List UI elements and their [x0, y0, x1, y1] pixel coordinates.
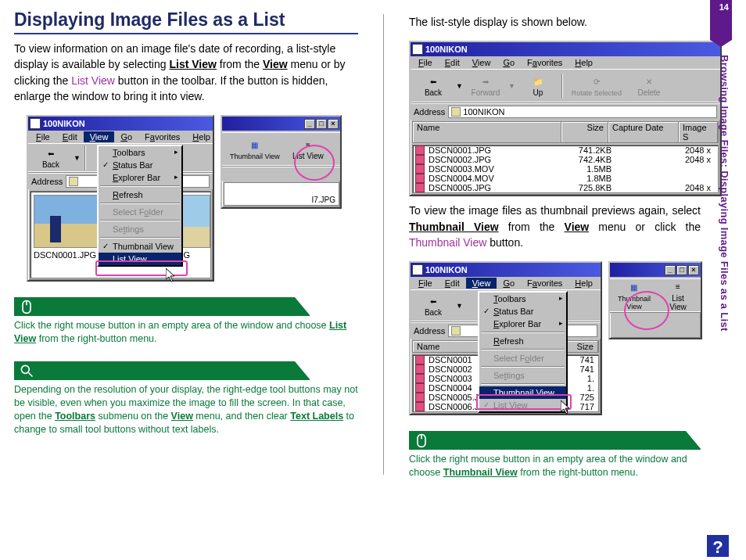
file-icon: [415, 145, 425, 155]
list-row[interactable]: DSCN0001.JPG741.2KB2048 x: [413, 145, 718, 155]
list-row[interactable]: DSCN0002.JPG742.4KB2048 x: [413, 155, 718, 164]
menu-view[interactable]: View: [84, 131, 115, 142]
titlebar: 100NIKON: [411, 263, 601, 277]
mouse-icon: [414, 433, 429, 448]
file-icon: [415, 183, 425, 192]
tip-bar-1: [14, 297, 310, 316]
dropdown-toolbars[interactable]: Toolbars: [99, 146, 181, 159]
menu-edit[interactable]: Edit: [439, 57, 466, 68]
menu-favorites[interactable]: Favorites: [138, 131, 186, 142]
back-button[interactable]: ⬅Back: [414, 74, 453, 99]
forward-button: ➡Forward: [466, 74, 505, 99]
menu-edit[interactable]: Edit: [56, 131, 84, 142]
back-button[interactable]: ⬅ Back: [31, 145, 70, 171]
menu-go[interactable]: Go: [497, 278, 521, 289]
menu-go[interactable]: Go: [497, 57, 521, 68]
dropdown-explorerbar[interactable]: Explorer Bar: [99, 171, 181, 184]
page-number-badge: 14: [710, 0, 732, 47]
dropdown-statusbar[interactable]: Status Bar: [479, 305, 566, 318]
menu-help[interactable]: Help: [568, 57, 599, 68]
file-icon: [415, 374, 425, 383]
close-button[interactable]: ×: [328, 119, 339, 129]
list-view-button[interactable]: ≡ List View: [288, 137, 328, 162]
explorer-window-left: 100NIKON File Edit View Go Favorites Hel…: [27, 115, 214, 282]
address-bar: Address 100NIKON: [411, 103, 720, 120]
titlebar: 100NIKON: [28, 117, 213, 131]
address-label: Address: [31, 177, 63, 186]
menu-file[interactable]: File: [30, 131, 56, 142]
close-button[interactable]: ×: [688, 265, 699, 275]
maximize-button[interactable]: □: [316, 119, 327, 129]
list-view-button[interactable]: ≡ List View: [658, 279, 698, 313]
minimize-button[interactable]: _: [304, 119, 315, 129]
file-icon: [415, 164, 425, 174]
menu-favorites[interactable]: Favorites: [521, 57, 568, 68]
address-field[interactable]: 100NIKON: [448, 106, 717, 118]
titlebar: _ □ ×: [610, 263, 701, 277]
dropdown-toolbars[interactable]: Toolbars: [479, 293, 566, 305]
thumbnail-icon: ▦: [627, 282, 641, 294]
forward-icon: ➡: [479, 75, 493, 88]
dropdown-refresh[interactable]: Refresh: [479, 335, 566, 347]
magnifier-icon: [19, 363, 34, 379]
tip-2-text: Depending on the resolution of your disp…: [14, 383, 358, 436]
side-title: Browsing Image Files: Displaying Image F…: [712, 55, 730, 332]
maximize-button[interactable]: □: [676, 265, 687, 275]
list-row[interactable]: DSCN0003.MOV1.5MB: [413, 164, 718, 174]
up-button[interactable]: 📁Up: [518, 74, 558, 99]
list-headers: Name Size Capture Date Image S: [412, 121, 719, 143]
section-heading: Displaying Image Files as a List: [14, 9, 358, 34]
menu-help[interactable]: Help: [186, 131, 217, 142]
dropdown-refresh[interactable]: Refresh: [99, 188, 181, 201]
file-icon: [415, 174, 425, 183]
thumbnail-view-button[interactable]: ▦ Thumbnail View: [613, 280, 655, 312]
back-button[interactable]: ⬅Back: [414, 293, 453, 318]
thumbnail-icon: ▦: [248, 139, 262, 152]
header-capture[interactable]: Capture Date: [608, 122, 679, 142]
list-row[interactable]: DSCN0005.JPG725.8KB2048 x: [413, 183, 718, 192]
thumbnail-view-button[interactable]: ▦ Thumbnail View: [225, 138, 285, 162]
listview-icon: ≡: [301, 138, 315, 151]
file-icon: [415, 364, 425, 374]
dropdown-explorerbar[interactable]: Explorer Bar: [479, 318, 566, 330]
dropdown-thumbnailview[interactable]: Thumbnail View: [99, 240, 181, 253]
rotate-icon: ⟳: [590, 76, 604, 88]
list-row[interactable]: DSCN0004.MOV1.8MB: [413, 174, 718, 183]
file-icon: [415, 155, 425, 164]
listview-icon: ≡: [671, 281, 685, 293]
tip-3-text: Click the right mouse button in an empty…: [409, 453, 701, 479]
back-icon: ⬅: [44, 147, 58, 160]
delete-icon: ✕: [642, 75, 656, 88]
header-size[interactable]: Size: [561, 122, 608, 142]
menu-file[interactable]: File: [412, 278, 439, 289]
address-bar-frag: [222, 167, 340, 181]
minimize-button[interactable]: _: [665, 265, 676, 275]
menu-help[interactable]: Help: [568, 278, 599, 289]
dropdown-thumbnailview[interactable]: Thumbnail View: [479, 386, 566, 399]
dropdown-listview[interactable]: List View: [479, 399, 566, 411]
right-para-2: To view the image files as thumbnail pre…: [409, 203, 701, 250]
menu-favorites[interactable]: Favorites: [521, 278, 568, 289]
menu-file[interactable]: File: [412, 57, 439, 68]
menu-view[interactable]: View: [466, 278, 497, 289]
menu-edit[interactable]: Edit: [439, 278, 466, 289]
menubar: File Edit View Go Favorites Help: [411, 277, 601, 289]
menubar: File Edit View Go Favorites Help: [411, 56, 720, 69]
view-dropdown: Toolbars Status Bar Explorer Bar Refresh…: [97, 145, 183, 267]
window-title: 100NIKON: [43, 119, 85, 128]
menu-view[interactable]: View: [466, 57, 497, 68]
file-icon: [415, 383, 425, 393]
dropdown-selectfolder: Select Folder: [99, 206, 181, 218]
folder-icon: [451, 326, 461, 336]
page-number: 14: [719, 2, 729, 12]
window-icon: [412, 264, 423, 275]
header-name[interactable]: Name: [413, 122, 561, 142]
frag-thumb-label: I7.JPG: [224, 182, 339, 206]
explorer-window-list: 100NIKON File Edit View Go Favorites Hel…: [409, 41, 722, 196]
dropdown-listview[interactable]: List View: [99, 253, 181, 265]
dropdown-statusbar[interactable]: Status Bar: [99, 159, 181, 171]
menu-go[interactable]: Go: [114, 131, 138, 142]
titlebar: _ □ ×: [222, 117, 340, 131]
help-badge[interactable]: ?: [707, 535, 729, 557]
toolbar-separator: [84, 145, 86, 171]
